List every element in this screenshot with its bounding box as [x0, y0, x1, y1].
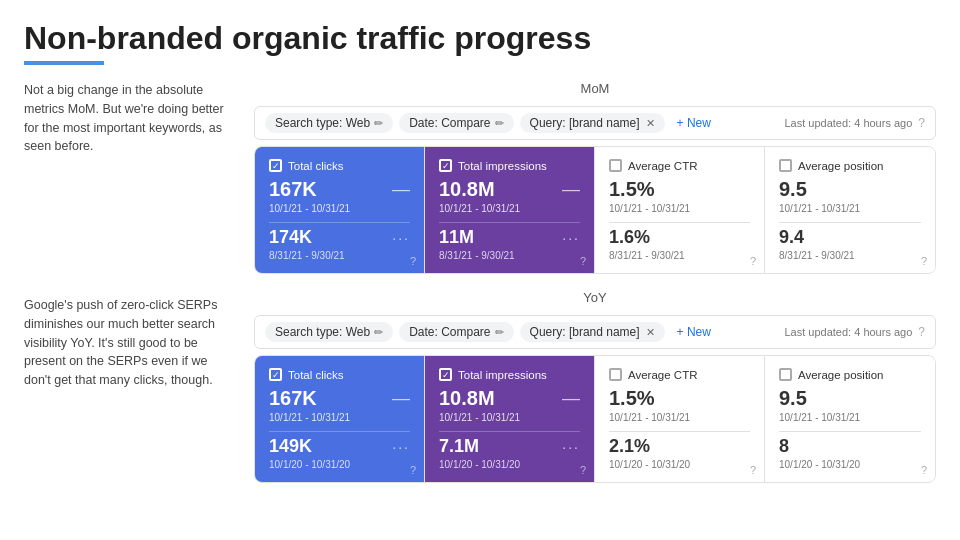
- mom-avg-ctr-value2: 1.6%: [609, 227, 650, 248]
- yoy-avg-position-date1: 10/1/21 - 10/31/21: [779, 412, 921, 423]
- mom-total-impressions-date1: 10/1/21 - 10/31/21: [439, 203, 580, 214]
- mom-chip-search-type[interactable]: Search type: Web ✏: [265, 113, 393, 133]
- mom-metric-total-clicks: Total clicks 167K — 10/1/21 - 10/31/21 1…: [255, 147, 425, 273]
- mom-total-clicks-date2: 8/31/21 - 9/30/21: [269, 250, 410, 261]
- left-panel: Not a big change in the absolute metrics…: [24, 81, 234, 483]
- right-panel: MoM Search type: Web ✏ Date: Compare ✏ Q…: [254, 81, 936, 483]
- yoy-label: YoY: [254, 290, 936, 305]
- mom-total-impressions-checkbox[interactable]: [439, 159, 452, 172]
- yoy-avg-ctr-date2: 10/1/20 - 10/31/20: [609, 459, 750, 470]
- yoy-avg-ctr-help-icon[interactable]: ?: [750, 464, 756, 476]
- mom-avg-position-value2: 9.4: [779, 227, 804, 248]
- mom-total-impressions-value1: 10.8M: [439, 178, 495, 201]
- mom-metric-total-impressions: Total impressions 10.8M — 10/1/21 - 10/3…: [425, 147, 595, 273]
- yoy-total-clicks-checkbox[interactable]: [269, 368, 282, 381]
- mom-filter-bar: Search type: Web ✏ Date: Compare ✏ Query…: [254, 106, 936, 140]
- yoy-last-updated-help-icon[interactable]: ?: [918, 325, 925, 339]
- yoy-total-impressions-dash1: —: [562, 388, 580, 409]
- mom-avg-ctr-divider: [609, 222, 750, 223]
- yoy-total-impressions-date2: 10/1/20 - 10/31/20: [439, 459, 580, 470]
- yoy-chip-query-close-icon[interactable]: ✕: [646, 326, 655, 339]
- mom-metrics-grid: Total clicks 167K — 10/1/21 - 10/31/21 1…: [254, 146, 936, 274]
- yoy-avg-ctr-checkbox[interactable]: [609, 368, 622, 381]
- page-title: Non-branded organic traffic progress: [24, 20, 936, 57]
- yoy-avg-ctr-title: Average CTR: [628, 369, 697, 381]
- mom-description: Not a big change in the absolute metrics…: [24, 81, 234, 156]
- yoy-avg-ctr-value1: 1.5%: [609, 387, 655, 410]
- yoy-add-new-button[interactable]: + New: [671, 322, 717, 342]
- yoy-total-impressions-value2: 7.1M: [439, 436, 479, 457]
- yoy-total-clicks-value2: 149K: [269, 436, 312, 457]
- yoy-metric-total-clicks: Total clicks 167K — 10/1/21 - 10/31/21 1…: [255, 356, 425, 482]
- mom-last-updated-help-icon[interactable]: ?: [918, 116, 925, 130]
- mom-add-new-button[interactable]: + New: [671, 113, 717, 133]
- mom-label: MoM: [254, 81, 936, 96]
- mom-chip-query-label: Query: [brand name]: [530, 116, 640, 130]
- yoy-total-impressions-title: Total impressions: [458, 369, 547, 381]
- yoy-avg-position-divider: [779, 431, 921, 432]
- main-content: Not a big change in the absolute metrics…: [24, 81, 936, 483]
- mom-chip-query[interactable]: Query: [brand name] ✕: [520, 113, 665, 133]
- mom-chip-date-label: Date: Compare: [409, 116, 490, 130]
- yoy-avg-position-value1: 9.5: [779, 387, 807, 410]
- yoy-chip-search-type-label: Search type: Web: [275, 325, 370, 339]
- mom-total-clicks-title: Total clicks: [288, 160, 344, 172]
- yoy-chip-date-label: Date: Compare: [409, 325, 490, 339]
- mom-avg-ctr-help-icon[interactable]: ?: [750, 255, 756, 267]
- yoy-avg-ctr-date1: 10/1/21 - 10/31/21: [609, 412, 750, 423]
- yoy-total-impressions-help-icon[interactable]: ?: [580, 464, 586, 476]
- mom-avg-ctr-checkbox[interactable]: [609, 159, 622, 172]
- yoy-total-clicks-title: Total clicks: [288, 369, 344, 381]
- yoy-chip-search-type-edit-icon[interactable]: ✏: [374, 326, 383, 339]
- yoy-total-clicks-dash1: —: [392, 388, 410, 409]
- yoy-total-impressions-value1: 10.8M: [439, 387, 495, 410]
- yoy-metric-avg-position: Average position 9.5 10/1/21 - 10/31/21 …: [765, 356, 935, 482]
- yoy-total-clicks-date1: 10/1/21 - 10/31/21: [269, 412, 410, 423]
- yoy-chip-date-edit-icon[interactable]: ✏: [495, 326, 504, 339]
- mom-avg-position-checkbox[interactable]: [779, 159, 792, 172]
- yoy-total-impressions-checkbox[interactable]: [439, 368, 452, 381]
- mom-total-impressions-dash1: —: [562, 179, 580, 200]
- mom-total-impressions-title: Total impressions: [458, 160, 547, 172]
- mom-avg-ctr-date2: 8/31/21 - 9/30/21: [609, 250, 750, 261]
- yoy-chip-query-label: Query: [brand name]: [530, 325, 640, 339]
- yoy-avg-position-checkbox[interactable]: [779, 368, 792, 381]
- mom-avg-ctr-value1: 1.5%: [609, 178, 655, 201]
- yoy-metric-total-impressions: Total impressions 10.8M — 10/1/21 - 10/3…: [425, 356, 595, 482]
- mom-avg-ctr-title: Average CTR: [628, 160, 697, 172]
- yoy-avg-ctr-value2: 2.1%: [609, 436, 650, 457]
- yoy-metrics-grid: Total clicks 167K — 10/1/21 - 10/31/21 1…: [254, 355, 936, 483]
- mom-total-impressions-value2: 11M: [439, 227, 474, 248]
- yoy-filter-bar: Search type: Web ✏ Date: Compare ✏ Query…: [254, 315, 936, 349]
- yoy-avg-position-help-icon[interactable]: ?: [921, 464, 927, 476]
- mom-total-impressions-help-icon[interactable]: ?: [580, 255, 586, 267]
- mom-total-clicks-checkbox[interactable]: [269, 159, 282, 172]
- yoy-last-updated: Last updated: 4 hours ago: [784, 326, 912, 338]
- yoy-total-impressions-date1: 10/1/21 - 10/31/21: [439, 412, 580, 423]
- page-container: Non-branded organic traffic progress Not…: [0, 0, 960, 499]
- mom-total-clicks-dots: ···: [392, 230, 410, 246]
- yoy-avg-position-value2: 8: [779, 436, 789, 457]
- yoy-avg-position-title: Average position: [798, 369, 883, 381]
- mom-chip-date[interactable]: Date: Compare ✏: [399, 113, 513, 133]
- mom-total-clicks-value2: 174K: [269, 227, 312, 248]
- mom-total-impressions-dots: ···: [562, 230, 580, 246]
- yoy-chip-search-type[interactable]: Search type: Web ✏: [265, 322, 393, 342]
- mom-avg-position-date1: 10/1/21 - 10/31/21: [779, 203, 921, 214]
- mom-chip-search-type-edit-icon[interactable]: ✏: [374, 117, 383, 130]
- yoy-chip-query[interactable]: Query: [brand name] ✕: [520, 322, 665, 342]
- mom-avg-ctr-date1: 10/1/21 - 10/31/21: [609, 203, 750, 214]
- mom-total-clicks-divider: [269, 222, 410, 223]
- yoy-chip-date[interactable]: Date: Compare ✏: [399, 322, 513, 342]
- yoy-total-impressions-divider: [439, 431, 580, 432]
- yoy-description: Google's push of zero-click SERPs dimini…: [24, 296, 234, 390]
- yoy-total-clicks-value1: 167K: [269, 387, 317, 410]
- mom-chip-search-type-label: Search type: Web: [275, 116, 370, 130]
- mom-total-clicks-value1: 167K: [269, 178, 317, 201]
- yoy-avg-position-date2: 10/1/20 - 10/31/20: [779, 459, 921, 470]
- mom-chip-query-close-icon[interactable]: ✕: [646, 117, 655, 130]
- mom-chip-date-edit-icon[interactable]: ✏: [495, 117, 504, 130]
- mom-avg-position-help-icon[interactable]: ?: [921, 255, 927, 267]
- yoy-total-clicks-help-icon[interactable]: ?: [410, 464, 416, 476]
- mom-total-clicks-help-icon[interactable]: ?: [410, 255, 416, 267]
